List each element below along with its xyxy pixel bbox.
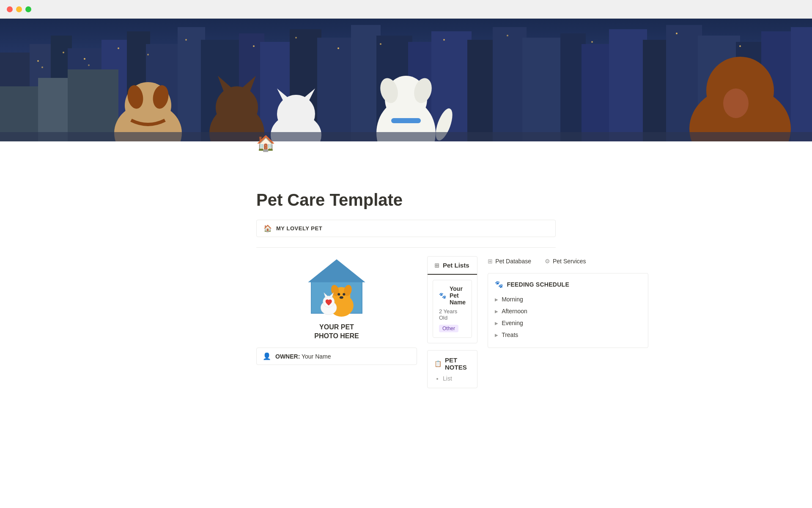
svg-point-42 (443, 39, 445, 41)
grid-icon: ⊞ (434, 262, 439, 269)
svg-point-68 (216, 86, 258, 129)
pet-lists-card: ⊞ Pet Lists 🐾 Your Pet Name 2 Years Old … (427, 256, 477, 343)
svg-rect-13 (317, 38, 355, 141)
svg-point-52 (723, 88, 749, 118)
feeding-treats[interactable]: ▶ Treats (495, 329, 641, 341)
content-grid: YOUR PET PHOTO HERE 👤 OWNER: Your Name ⊞… (256, 256, 556, 388)
pet-name: 🐾 Your Pet Name (439, 285, 466, 306)
svg-point-36 (147, 54, 149, 55)
svg-point-37 (185, 39, 187, 41)
svg-point-32 (63, 52, 64, 53)
svg-marker-72 (308, 260, 365, 282)
home-icon: 🏠 (263, 224, 272, 232)
feeding-icon: 🐾 (495, 280, 503, 288)
svg-point-35 (118, 47, 119, 49)
nav-label: MY LOVELY PET (276, 225, 322, 232)
pet-item[interactable]: 🐾 Your Pet Name 2 Years Old Other (433, 280, 472, 338)
gear-icon: ⚙ (545, 258, 550, 265)
owner-text: OWNER: Your Name (275, 353, 331, 360)
pet-lists-header: ⊞ Pet Lists (428, 257, 477, 275)
notes-item: List (443, 375, 470, 382)
arrow-icon-afternoon: ▶ (495, 309, 498, 314)
feeding-schedule-card: 🐾 FEEDING SCHEDULE ▶ Morning ▶ Afternoon… (488, 273, 648, 348)
svg-rect-19 (493, 27, 527, 141)
feeding-header: 🐾 FEEDING SCHEDULE (495, 280, 641, 288)
arrow-icon-treats: ▶ (495, 333, 498, 337)
svg-point-43 (507, 35, 508, 36)
close-button[interactable] (7, 6, 13, 12)
pet-age: 2 Years Old (439, 308, 466, 321)
svg-point-44 (591, 41, 593, 43)
pet-photo-text: YOUR PET PHOTO HERE (314, 323, 359, 341)
page-icon: 🏠 (256, 135, 275, 152)
feeding-title: FEEDING SCHEDULE (507, 281, 569, 288)
svg-point-34 (88, 64, 90, 66)
arrow-icon-evening: ▶ (495, 321, 498, 326)
feeding-treats-label: Treats (502, 331, 518, 338)
main-content: Pet Care Template 🏠 MY LOVELY PET (216, 167, 596, 414)
svg-point-46 (739, 45, 741, 47)
svg-point-38 (253, 45, 255, 47)
pet-photo-area: YOUR PET PHOTO HERE (294, 256, 379, 341)
svg-rect-55 (391, 118, 421, 123)
svg-point-64 (277, 95, 315, 133)
window-chrome (0, 0, 812, 19)
right-column: ⊞ Pet Database ⚙ Pet Services 🐾 FEEDING … (488, 256, 648, 348)
left-column: YOUR PET PHOTO HERE 👤 OWNER: Your Name (256, 256, 417, 365)
svg-rect-23 (609, 29, 647, 141)
svg-rect-22 (582, 44, 613, 141)
divider (256, 247, 556, 248)
page-title: Pet Care Template (256, 190, 556, 210)
svg-point-79 (343, 293, 345, 295)
feeding-morning[interactable]: ▶ Morning (495, 293, 641, 305)
arrow-icon-morning: ▶ (495, 297, 498, 302)
svg-point-31 (41, 66, 43, 68)
svg-point-40 (337, 47, 339, 49)
pet-type-tag: Other (439, 325, 458, 332)
owner-card[interactable]: 👤 OWNER: Your Name (256, 348, 417, 365)
svg-rect-14 (351, 25, 381, 141)
nav-bar[interactable]: 🏠 MY LOVELY PET (256, 220, 556, 237)
svg-rect-29 (791, 27, 812, 141)
svg-rect-48 (38, 78, 72, 141)
maximize-button[interactable] (25, 6, 31, 12)
svg-point-45 (676, 33, 678, 34)
cover-image (0, 19, 812, 141)
pet-services-label: Pet Services (553, 258, 586, 265)
pet-services-link[interactable]: ⚙ Pet Services (545, 256, 586, 266)
middle-column: ⊞ Pet Lists 🐾 Your Pet Name 2 Years Old … (427, 256, 477, 388)
notes-list: List (434, 375, 470, 382)
svg-point-80 (340, 296, 343, 299)
notes-icon: 📋 (434, 360, 442, 367)
svg-point-41 (380, 43, 381, 45)
pet-notes-title: PET NOTES (445, 356, 470, 371)
feeding-afternoon[interactable]: ▶ Afternoon (495, 305, 641, 317)
svg-point-39 (295, 37, 297, 39)
feeding-evening-label: Evening (502, 320, 523, 326)
pet-house-icon (303, 256, 370, 320)
svg-point-78 (337, 293, 340, 295)
svg-rect-18 (467, 40, 497, 141)
pet-notes-header: 📋 PET NOTES (434, 356, 470, 371)
db-links-row: ⊞ Pet Database ⚙ Pet Services (488, 256, 648, 266)
feeding-afternoon-label: Afternoon (502, 308, 527, 315)
svg-point-33 (84, 58, 85, 60)
pet-paw-icon: 🐾 (439, 292, 446, 299)
pet-database-link[interactable]: ⊞ Pet Database (488, 256, 531, 266)
minimize-button[interactable] (16, 6, 22, 12)
feeding-evening[interactable]: ▶ Evening (495, 317, 641, 329)
pet-database-label: Pet Database (495, 258, 531, 265)
svg-rect-20 (522, 38, 565, 141)
svg-rect-49 (68, 69, 118, 141)
pet-notes-card: 📋 PET NOTES List (427, 350, 477, 388)
feeding-morning-label: Morning (502, 296, 523, 303)
person-icon: 👤 (263, 352, 271, 360)
pet-lists-title: Pet Lists (443, 262, 469, 269)
grid-db-icon: ⊞ (488, 258, 493, 265)
svg-point-30 (37, 60, 39, 62)
svg-rect-71 (0, 132, 812, 141)
